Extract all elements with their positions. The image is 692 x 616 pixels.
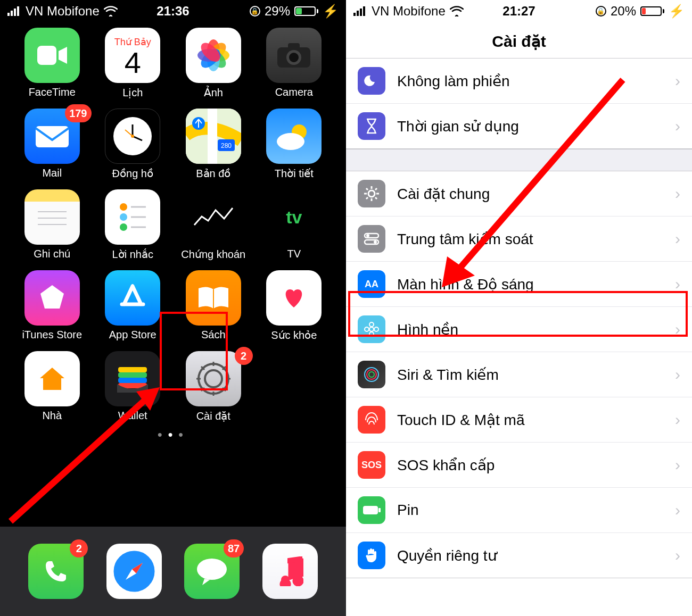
svg-line-73 <box>375 188 377 190</box>
charging-icon: ⚡ <box>669 4 685 19</box>
row-privacy[interactable]: Quyền riêng tư › <box>346 533 692 578</box>
app-health[interactable]: Sức khỏe <box>259 270 329 342</box>
chevron-right-icon: › <box>675 365 680 384</box>
svg-point-79 <box>369 322 374 327</box>
status-bar: VN Mobifone 21:27 🔒 20% ⚡ <box>346 0 692 22</box>
text-size-icon: AA <box>358 270 385 298</box>
battery-pct: 29% <box>265 4 290 19</box>
reminders-icon <box>105 189 160 245</box>
chevron-right-icon: › <box>675 546 680 564</box>
row-label: Không làm phiền <box>397 72 675 90</box>
app-label: Camera <box>275 86 313 98</box>
svg-line-70 <box>366 188 368 190</box>
app-label: Ghi chú <box>34 248 70 260</box>
row-screentime[interactable]: Thời gian sử dụng › <box>346 104 692 148</box>
carrier-label: VN Mobifone <box>26 4 100 19</box>
wifi-icon <box>450 6 464 16</box>
page-dots[interactable]: ●●● <box>0 430 346 439</box>
svg-point-84 <box>367 370 376 379</box>
svg-rect-17 <box>36 126 69 147</box>
svg-point-22 <box>131 135 134 138</box>
badge: 179 <box>65 104 91 122</box>
svg-point-75 <box>366 234 369 237</box>
app-clock[interactable]: Đồng hồ <box>98 109 168 180</box>
chevron-right-icon: › <box>675 275 680 293</box>
app-home[interactable]: Nhà <box>17 351 87 422</box>
svg-point-16 <box>289 53 299 62</box>
row-battery[interactable]: Pin › <box>346 488 692 533</box>
dock-music[interactable] <box>262 544 318 599</box>
app-camera[interactable]: Camera <box>259 28 329 99</box>
svg-rect-14 <box>288 43 300 49</box>
battery-row-icon <box>358 496 385 524</box>
row-label: Touch ID & Mật mã <box>397 411 675 429</box>
app-appstore[interactable]: App Store <box>98 270 168 342</box>
app-wallet[interactable]: Wallet <box>98 351 168 422</box>
status-bar: VN Mobifone 21:36 🔒 29% ⚡ <box>0 0 346 22</box>
clock-icon <box>105 109 160 164</box>
home-screen: VN Mobifone 21:36 🔒 29% ⚡ FaceTime Thứ B… <box>0 0 346 616</box>
app-mail[interactable]: 179 Mail <box>17 109 87 180</box>
app-label: FaceTime <box>29 86 76 98</box>
safari-icon <box>106 544 162 599</box>
row-wallpaper[interactable]: Hình nền › <box>346 307 692 352</box>
row-dnd[interactable]: Không làm phiền › <box>346 59 692 104</box>
dock-phone[interactable]: 2 <box>28 544 84 599</box>
app-label: App Store <box>109 329 156 341</box>
svg-rect-41 <box>118 378 147 383</box>
app-weather[interactable]: Thời tiết <box>259 109 329 180</box>
empty-slot <box>259 351 329 422</box>
health-icon <box>266 270 322 326</box>
svg-rect-62 <box>357 11 359 16</box>
status-time: 21:36 <box>156 4 189 19</box>
svg-rect-64 <box>363 6 365 16</box>
app-tv[interactable]: tv TV <box>259 189 329 261</box>
app-stocks[interactable]: Chứng khoán <box>178 189 249 261</box>
chevron-right-icon: › <box>675 72 680 90</box>
row-label: Hình nền <box>397 321 675 338</box>
settings-list[interactable]: Không làm phiền › Thời gian sử dụng › Cà… <box>346 59 692 578</box>
app-calendar[interactable]: Thứ Bảy 4 Lịch <box>98 28 168 99</box>
svg-rect-3 <box>17 6 19 16</box>
row-label: Thời gian sử dụng <box>397 118 675 135</box>
dock-messages[interactable]: 87 <box>184 544 240 599</box>
app-label: Lời nhắc <box>112 248 153 261</box>
app-label: TV <box>287 248 301 260</box>
row-display[interactable]: AA Màn hình & Độ sáng › <box>346 262 692 307</box>
app-photos[interactable]: Ảnh <box>178 28 249 99</box>
svg-rect-2 <box>14 9 16 16</box>
svg-rect-86 <box>363 506 378 514</box>
app-label: Cài đặt <box>196 410 230 422</box>
appstore-icon <box>105 270 160 326</box>
orientation-lock-icon: 🔒 <box>596 6 606 16</box>
row-touchid[interactable]: Touch ID & Mật mã › <box>346 397 692 443</box>
svg-point-85 <box>369 372 374 377</box>
app-facetime[interactable]: FaceTime <box>17 28 87 99</box>
row-siri[interactable]: Siri & Tìm kiếm › <box>346 352 692 397</box>
svg-rect-63 <box>360 9 362 16</box>
toggles-icon <box>358 225 385 253</box>
svg-point-58 <box>294 572 302 581</box>
row-general[interactable]: Cài đặt chung › <box>346 171 692 217</box>
svg-point-65 <box>368 190 375 197</box>
row-sos[interactable]: SOS SOS khẩn cấp › <box>346 443 692 488</box>
svg-point-55 <box>197 559 227 580</box>
chevron-right-icon: › <box>675 320 680 338</box>
app-reminders[interactable]: Lời nhắc <box>98 189 168 261</box>
dock: 2 87 <box>0 527 346 616</box>
app-label: Mail <box>42 167 62 179</box>
app-notes[interactable]: Ghi chú <box>17 189 87 261</box>
carrier-label: VN Mobifone <box>372 4 446 19</box>
svg-rect-1 <box>11 11 13 16</box>
dock-safari[interactable] <box>106 544 162 599</box>
svg-point-82 <box>374 327 378 331</box>
maps-icon: 280 <box>186 109 241 164</box>
home-icon <box>24 351 80 406</box>
chevron-right-icon: › <box>675 117 680 135</box>
row-control-center[interactable]: Trung tâm kiểm soát › <box>346 217 692 262</box>
app-itunes[interactable]: iTunes Store <box>17 270 87 342</box>
app-maps[interactable]: 280 Bản đồ <box>178 109 249 180</box>
photos-icon <box>186 28 241 83</box>
music-icon <box>262 544 318 599</box>
signal-icon <box>7 6 21 16</box>
